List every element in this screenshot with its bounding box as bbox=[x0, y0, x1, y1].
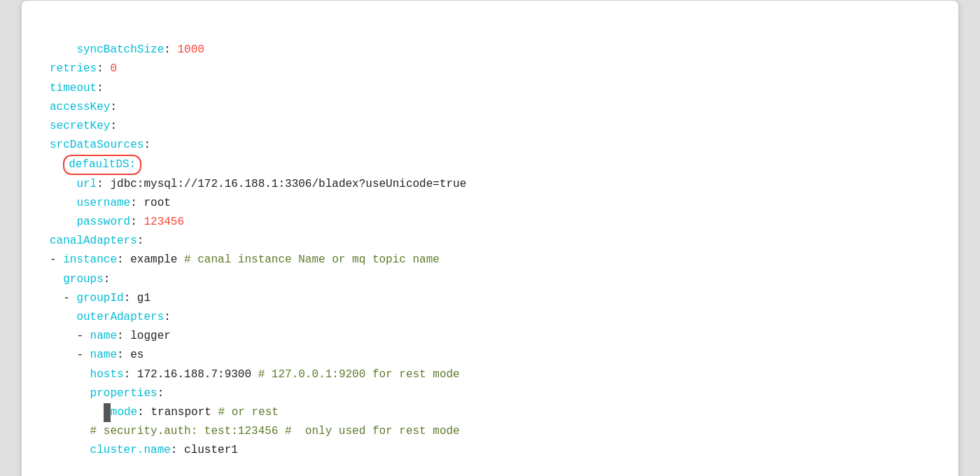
line-url: url: jdbc:mysql://172.16.188.1:3306/blad… bbox=[50, 178, 466, 190]
line-src-datasources: srcDataSources: bbox=[50, 139, 150, 151]
line-group-id: - groupId: g1 bbox=[50, 292, 150, 304]
line-access-key: accessKey: bbox=[50, 101, 117, 113]
code-block: syncBatchSize: 1000 retries: 0 timeout: … bbox=[50, 22, 930, 476]
line-properties: properties: bbox=[50, 387, 164, 400]
line-instance: - instance: example # canal instance Nam… bbox=[50, 253, 440, 266]
line-retries: retries: 0 bbox=[50, 62, 117, 75]
line-outer-adapters: outerAdapters: bbox=[50, 311, 171, 323]
line-cluster-name: cluster.name: cluster1 bbox=[50, 444, 238, 456]
code-container: syncBatchSize: 1000 retries: 0 timeout: … bbox=[21, 0, 959, 476]
line-password: password: 123456 bbox=[50, 216, 184, 228]
line-security-auth: # security.auth: test:123456 # only used… bbox=[50, 425, 460, 438]
line-default-ds: defaultDS: bbox=[50, 158, 141, 171]
line-sync-batch-size: syncBatchSize: 1000 bbox=[76, 43, 204, 56]
line-name-es: - name: es bbox=[50, 349, 144, 361]
line-secret-key: secretKey: bbox=[50, 120, 117, 132]
highlighted-default-ds: defaultDS: bbox=[63, 155, 141, 174]
line-username: username: root bbox=[50, 197, 171, 209]
line-name-logger: - name: logger bbox=[50, 330, 171, 342]
line-timeout: timeout: bbox=[50, 82, 104, 94]
line-canal-adapters: canalAdapters: bbox=[50, 234, 144, 247]
line-groups: groups: bbox=[50, 273, 110, 286]
line-mode: mode: transport # or rest bbox=[50, 406, 279, 419]
line-hosts: hosts: 172.16.188.7:9300 # 127.0.0.1:920… bbox=[50, 368, 460, 381]
